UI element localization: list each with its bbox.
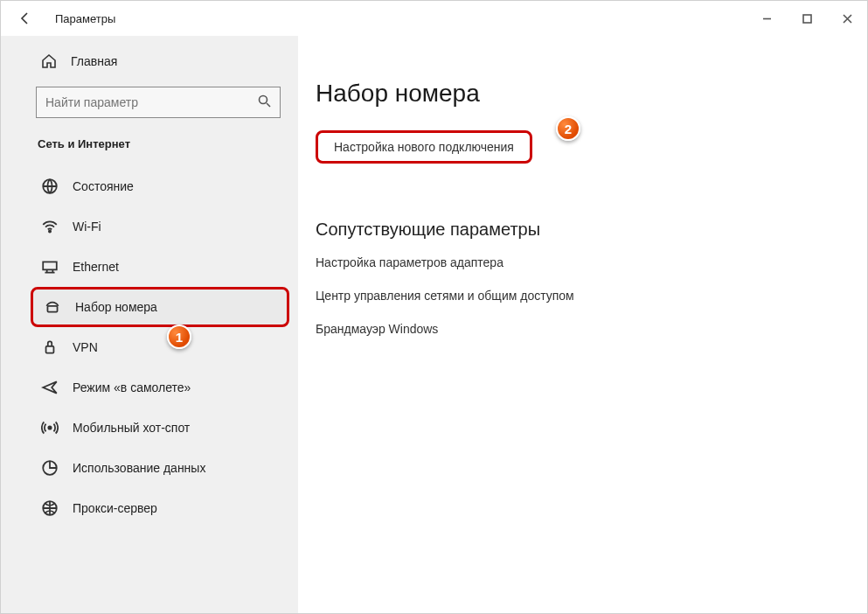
sidebar-item-status[interactable]: Состояние (1, 166, 298, 206)
window-controls (746, 1, 867, 36)
related-settings-title: Сопутствующие параметры (316, 220, 832, 240)
sidebar-item-dialup[interactable]: Набор номера (31, 287, 289, 327)
proxy-icon (41, 499, 59, 517)
svg-rect-6 (46, 346, 54, 353)
dialup-icon (44, 298, 61, 316)
sidebar-item-label: VPN (73, 340, 98, 354)
sidebar-item-datausage[interactable]: Использование данных (1, 448, 298, 488)
app-title: Параметры (55, 12, 115, 25)
svg-rect-5 (47, 306, 57, 312)
data-usage-icon (41, 459, 59, 477)
maximize-button[interactable] (787, 1, 827, 36)
airplane-icon (41, 379, 59, 396)
hotspot-icon (41, 419, 59, 436)
link-adapter-settings[interactable]: Настройка параметров адаптера (316, 255, 832, 269)
ethernet-icon (41, 258, 59, 276)
sidebar-item-proxy[interactable]: Прокси-сервер (1, 488, 298, 528)
sidebar-item-label: Wi-Fi (73, 220, 101, 234)
sidebar-item-label: Режим «в самолете» (73, 380, 191, 394)
svg-rect-0 (803, 15, 811, 23)
globe-icon (41, 178, 59, 195)
svg-point-7 (48, 426, 51, 429)
annotation-badge-2: 2 (556, 116, 580, 141)
content-panel: Набор номера Настройка нового подключени… (298, 36, 867, 613)
new-connection-button[interactable]: Настройка нового подключения (316, 130, 532, 164)
sidebar-home-label: Главная (71, 54, 117, 68)
minimize-button[interactable] (746, 1, 787, 36)
page-title: Набор номера (316, 80, 832, 108)
back-button[interactable] (11, 4, 39, 32)
sidebar-home[interactable]: Главная (1, 45, 298, 78)
vpn-icon (41, 338, 59, 356)
sidebar-item-label: Мобильный хот-спот (73, 421, 190, 435)
search-icon (258, 94, 271, 111)
link-network-center[interactable]: Центр управления сетями и общим доступом (316, 289, 832, 303)
settings-window: Параметры Главная (0, 0, 868, 614)
sidebar-item-label: Ethernet (73, 260, 119, 274)
titlebar: Параметры (1, 1, 867, 36)
annotation-badge-1: 1 (167, 324, 191, 349)
svg-point-3 (49, 230, 51, 232)
sidebar-item-wifi[interactable]: Wi-Fi (1, 206, 298, 247)
search-box[interactable] (36, 87, 281, 118)
body: Главная Сеть и Интернет Состояние (1, 36, 867, 613)
sidebar-item-hotspot[interactable]: Мобильный хот-спот (1, 408, 298, 448)
sidebar-item-label: Набор номера (75, 300, 157, 314)
wifi-icon (41, 218, 59, 235)
sidebar-nav: Состояние Wi-Fi Ethernet (1, 166, 298, 528)
sidebar-item-vpn[interactable]: VPN (1, 327, 298, 367)
close-button[interactable] (827, 1, 867, 36)
sidebar: Главная Сеть и Интернет Состояние (1, 36, 298, 613)
sidebar-item-label: Состояние (73, 179, 134, 193)
sidebar-item-label: Прокси-сервер (73, 501, 157, 515)
sidebar-item-label: Использование данных (73, 461, 205, 475)
sidebar-item-airplane[interactable]: Режим «в самолете» (1, 367, 298, 408)
svg-point-1 (260, 95, 267, 103)
sidebar-item-ethernet[interactable]: Ethernet (1, 247, 298, 287)
home-icon (41, 53, 57, 69)
sidebar-category: Сеть и Интернет (1, 130, 298, 166)
search-input[interactable] (45, 95, 258, 109)
svg-rect-4 (43, 262, 57, 269)
link-windows-firewall[interactable]: Брандмауэр Windows (316, 322, 832, 336)
